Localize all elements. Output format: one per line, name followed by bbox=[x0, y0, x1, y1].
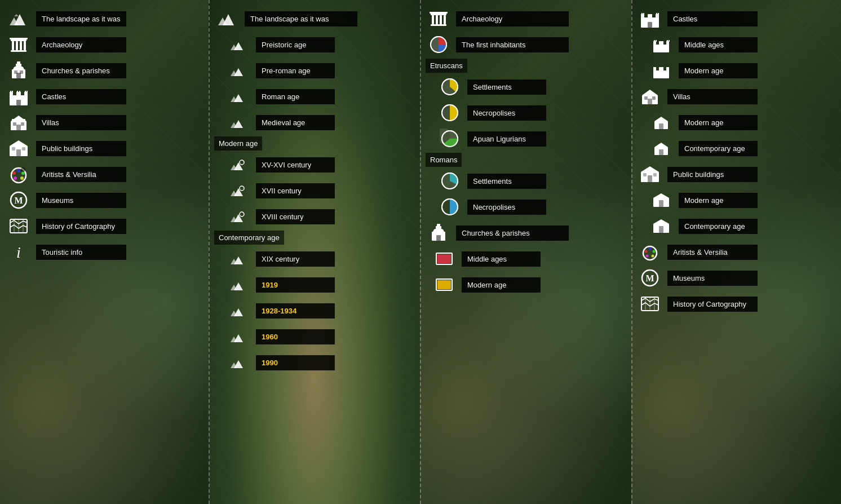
item-villas[interactable]: Villas bbox=[6, 110, 203, 134]
item-castles4[interactable]: Castles bbox=[637, 7, 835, 30]
svg-rect-27 bbox=[16, 100, 21, 105]
xv-xvi-label: XV-XVI century bbox=[256, 157, 335, 173]
svg-rect-4 bbox=[12, 41, 14, 50]
svg-point-70 bbox=[240, 186, 244, 191]
modern3-label: Modern age bbox=[462, 277, 541, 293]
item-touristic[interactable]: i Touristic info bbox=[6, 240, 203, 264]
y1960-label: 1960 bbox=[256, 329, 335, 344]
item-medieval[interactable]: Medieval age bbox=[214, 110, 414, 134]
item-1928[interactable]: 1928-1934 bbox=[214, 299, 414, 322]
item-artists4[interactable]: Aritists & Versilia bbox=[637, 240, 835, 264]
svg-rect-37 bbox=[16, 149, 21, 156]
pie-apuan-icon bbox=[437, 127, 463, 151]
svg-rect-121 bbox=[653, 45, 669, 52]
item-etru-necro[interactable]: Necropolises bbox=[426, 101, 626, 125]
contemp-p4-label: Contemporary age bbox=[679, 219, 758, 234]
item-1960[interactable]: 1960 bbox=[214, 325, 414, 348]
church-icon bbox=[6, 59, 32, 82]
item-contemp-v4[interactable]: Contemporary age bbox=[637, 136, 835, 160]
svg-rect-111 bbox=[437, 280, 451, 289]
item-castles[interactable]: Castles bbox=[6, 85, 203, 108]
xix-label: XIX century bbox=[256, 251, 335, 267]
svg-rect-119 bbox=[658, 13, 659, 15]
item-1919[interactable]: 1919 bbox=[214, 273, 414, 297]
svg-marker-12 bbox=[13, 65, 24, 69]
panel-landscape: The landscape as it was Preistoric age P… bbox=[209, 0, 420, 504]
item-churches[interactable]: Churches & parishes bbox=[6, 59, 203, 82]
item-villas4[interactable]: Villas bbox=[637, 85, 835, 108]
svg-rect-5 bbox=[16, 41, 18, 50]
castle4-icon bbox=[637, 7, 663, 30]
item-xix[interactable]: XIX century bbox=[214, 247, 414, 271]
item-1990[interactable]: 1990 bbox=[214, 351, 414, 374]
item-modern-p4[interactable]: Modern age bbox=[637, 188, 835, 212]
item-modern-v4[interactable]: Modern age bbox=[637, 110, 835, 134]
item-rom-settle[interactable]: Settlements bbox=[426, 169, 626, 193]
prehistoric-label: Preistoric age bbox=[256, 37, 335, 52]
castle-modern-icon bbox=[648, 59, 674, 82]
svg-rect-135 bbox=[644, 96, 648, 100]
item-contemp-p4[interactable]: Contemporary age bbox=[637, 214, 835, 238]
item-artists[interactable]: Aritists & Versilia bbox=[6, 162, 203, 186]
artists4-label: Aritists & Versilia bbox=[667, 245, 758, 260]
item-archaeology[interactable]: Archaeology bbox=[6, 33, 203, 56]
item-public4[interactable]: Public buildings bbox=[637, 162, 835, 186]
item-modern4[interactable]: Modern age bbox=[637, 59, 835, 82]
item-middle3[interactable]: Middle ages bbox=[426, 247, 626, 271]
item-etru-settle[interactable]: Settlements bbox=[426, 75, 626, 99]
item-apuan[interactable]: Apuan Ligurians bbox=[426, 127, 626, 151]
museums4-label: Museums bbox=[667, 271, 758, 286]
item-landscape-p2[interactable]: The landscape as it was bbox=[214, 7, 414, 30]
item-modern3[interactable]: Modern age bbox=[426, 273, 626, 297]
svg-rect-115 bbox=[648, 14, 652, 19]
item-arch3[interactable]: Archaeology bbox=[426, 7, 626, 30]
item-cartography4[interactable]: History of Cartography bbox=[637, 292, 835, 316]
item-prehistoric[interactable]: Preistoric age bbox=[214, 33, 414, 56]
svg-point-158 bbox=[653, 250, 656, 253]
item-middle4[interactable]: Middle ages bbox=[637, 33, 835, 56]
svg-point-159 bbox=[652, 255, 654, 258]
mountains-1960-icon bbox=[225, 325, 251, 348]
item-first-inhab[interactable]: The first inhabitants bbox=[426, 33, 626, 56]
mountains-xviii-icon bbox=[225, 205, 251, 228]
item-xvii[interactable]: XVII century bbox=[214, 179, 414, 202]
item-museums[interactable]: M Museums bbox=[6, 188, 203, 212]
artists-label: Aritists & Versilia bbox=[36, 167, 126, 182]
mountains-sm-icon bbox=[225, 33, 251, 56]
svg-rect-16 bbox=[20, 70, 23, 74]
churches3-label: Churches & parishes bbox=[456, 226, 569, 241]
touristic-label: Touristic info bbox=[36, 245, 126, 260]
item-roman[interactable]: Roman age bbox=[214, 85, 414, 108]
svg-point-47 bbox=[21, 167, 25, 172]
mountains-1928-icon bbox=[225, 299, 251, 322]
item-cartography[interactable]: History of Cartography bbox=[6, 214, 203, 238]
svg-rect-38 bbox=[12, 147, 15, 151]
villa-icon bbox=[6, 110, 32, 134]
svg-rect-137 bbox=[648, 99, 652, 104]
mountains-sm4-icon bbox=[225, 110, 251, 134]
cartography4-label: History of Cartography bbox=[667, 297, 758, 312]
villas4-label: Villas bbox=[667, 89, 758, 104]
museum-icon: M bbox=[6, 188, 32, 212]
panel-main: The landscape as it was Archaeology bbox=[0, 0, 209, 504]
svg-rect-117 bbox=[643, 13, 644, 15]
svg-marker-105 bbox=[433, 227, 444, 232]
mountains-xvii-icon bbox=[225, 179, 251, 202]
item-public[interactable]: Public buildings bbox=[6, 136, 203, 160]
public-label: Public buildings bbox=[36, 141, 126, 156]
item-museums4[interactable]: M Museums bbox=[637, 266, 835, 290]
public-icon bbox=[6, 136, 32, 160]
pie-rom-necro-icon bbox=[437, 195, 463, 219]
etruscans-header: Etruscans bbox=[426, 59, 467, 73]
svg-rect-147 bbox=[643, 173, 647, 176]
item-xv-xvi[interactable]: XV-XVI century bbox=[214, 153, 414, 176]
item-xviii[interactable]: XVIII century bbox=[214, 205, 414, 228]
contemporary-header-label: Contemporary age bbox=[214, 231, 284, 245]
item-churches3[interactable]: Churches & parishes bbox=[426, 221, 626, 245]
item-preroman[interactable]: Pre-roman age bbox=[214, 59, 414, 82]
item-landscape[interactable]: The landscape as it was bbox=[6, 7, 203, 30]
item-rom-necro[interactable]: Necropolises bbox=[426, 195, 626, 219]
etru-settle-label: Settlements bbox=[467, 79, 546, 95]
svg-rect-148 bbox=[653, 173, 657, 176]
svg-rect-8 bbox=[11, 50, 26, 52]
